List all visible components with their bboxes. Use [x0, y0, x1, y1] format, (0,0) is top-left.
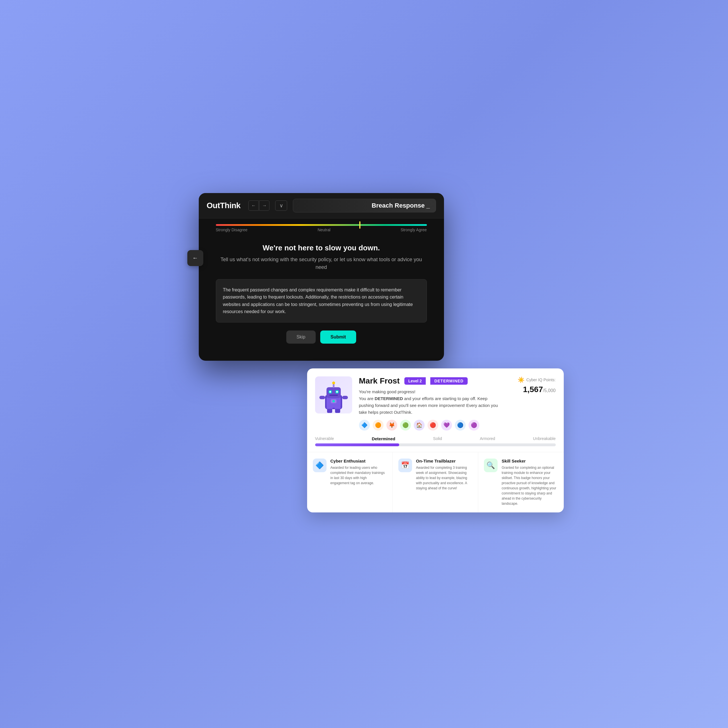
badge-title-2: On-Time Trailblazer [416, 459, 472, 463]
profile-name-row: Mark Frost Level 2 DETERMINED [359, 376, 503, 385]
scale-bar-container [216, 224, 427, 226]
sun-icon: ☀️ [518, 376, 525, 383]
back-tab[interactable]: ← [187, 250, 203, 266]
badge-2: 🟠 [373, 420, 384, 431]
badge-icon-trailblazer: 📅 [398, 459, 412, 472]
svg-rect-17 [335, 407, 341, 409]
profile-badges-row: 🔷 🟠 🦊 🟢 🏠 🔴 💜 🔵 🟣 [359, 420, 503, 431]
level-labels: Vulnerable Determined Solid Armored Unbr… [315, 436, 556, 441]
level-solid: Solid [433, 436, 442, 441]
cyber-points-area: ☀️ Cyber IQ Points: 1,567/5,000 [510, 376, 556, 394]
profile-header: Mark Frost Level 2 DETERMINED You're mak… [307, 369, 564, 436]
feedback-text: The frequent password changes and comple… [223, 288, 413, 314]
svg-point-6 [336, 391, 338, 393]
svg-rect-11 [342, 396, 348, 399]
scale-label-left: Strongly Disagree [216, 228, 248, 232]
badge-card-1: 🔷 Cyber Enthusiast Awarded for leading u… [307, 452, 393, 512]
sub-heading: Tell us what's not working with the secu… [216, 256, 427, 271]
skip-button[interactable]: Skip [286, 330, 316, 344]
nav-arrows: ← → [248, 200, 269, 211]
nav-forward-button[interactable]: → [259, 200, 269, 211]
level-unbreakable: Unbreakable [533, 436, 555, 441]
badge-icon-enthusiast: 🔷 [313, 459, 326, 472]
submit-button[interactable]: Submit [320, 330, 356, 344]
profile-desc-body: You are DETERMINED and your efforts are … [359, 396, 498, 414]
scale-bar-track[interactable] [216, 224, 427, 226]
scale-indicator [359, 221, 361, 229]
profile-name: Mark Frost [359, 376, 400, 385]
badge-info-seeker: Skill Seeker Granted for completing an o… [502, 459, 558, 506]
scale-area: Strongly Disagree Neutral Strongly Agree [199, 219, 444, 235]
scale-labels: Strongly Disagree Neutral Strongly Agree [216, 228, 427, 232]
badge-5: 🏠 [414, 420, 425, 431]
badge-3: 🦊 [386, 420, 397, 431]
app-window: OutThink ← → ∨ Breach Response _ Strongl… [199, 193, 444, 361]
status-badge: DETERMINED [430, 377, 468, 385]
svg-rect-2 [326, 387, 341, 398]
nav-dropdown-button[interactable]: ∨ [275, 200, 287, 211]
cyber-points-number: 1,567 [523, 385, 543, 394]
badge-title-3: Skill Seeker [502, 459, 558, 463]
svg-rect-10 [320, 396, 325, 399]
badge-6: 🔴 [427, 420, 438, 431]
badge-desc-3: Granted for completing an optional train… [502, 465, 558, 506]
scale-label-right: Strongly Agree [401, 228, 427, 232]
profile-desc: You're making good progress! You are DET… [359, 388, 503, 416]
badge-desc-2: Awarded for completing 3 training week o… [416, 465, 472, 491]
svg-rect-12 [327, 408, 332, 413]
cyber-points-max: /5,000 [543, 388, 555, 393]
app-header: OutThink ← → ∨ Breach Response _ [199, 193, 444, 219]
svg-point-5 [329, 391, 331, 393]
badge-icon-seeker: 🔍 [484, 459, 498, 472]
feedback-box[interactable]: The frequent password changes and comple… [216, 279, 427, 323]
robot-svg [318, 379, 349, 413]
app-logo: OutThink [207, 201, 241, 210]
main-heading: We're not here to slow you down. [216, 243, 427, 252]
badge-info-enthusiast: Cyber Enthusiast Awarded for leading use… [330, 459, 387, 486]
app-content: We're not here to slow you down. Tell us… [199, 235, 444, 361]
badge-9: 🟣 [468, 420, 479, 431]
level-armored: Armored [480, 436, 495, 441]
badge-4: 🟢 [400, 420, 411, 431]
badge-1: 🔷 [359, 420, 370, 431]
module-title: Breach Response _ [293, 199, 436, 213]
nav-back-button[interactable]: ← [248, 200, 258, 211]
profile-desc-intro: You're making good progress! [359, 389, 416, 394]
progress-fill [315, 444, 399, 446]
svg-point-15 [332, 400, 335, 402]
level-determined: Determined [372, 436, 396, 441]
svg-rect-13 [335, 408, 340, 413]
level-vulnerable: Vulnerable [315, 436, 334, 441]
level-badge: Level 2 [404, 377, 426, 385]
svg-rect-7 [329, 395, 338, 396]
cyber-iq-label: ☀️ Cyber IQ Points: [518, 376, 556, 383]
badge-card-3: 🔍 Skill Seeker Granted for completing an… [478, 452, 563, 512]
badge-8: 🔵 [455, 420, 466, 431]
badge-7: 💜 [441, 420, 452, 431]
progress-section: Vulnerable Determined Solid Armored Unbr… [307, 436, 564, 452]
scale-label-center: Neutral [318, 228, 330, 232]
progress-track [315, 444, 556, 446]
badges-section: 🔷 Cyber Enthusiast Awarded for leading u… [307, 452, 564, 512]
avatar [315, 376, 352, 413]
button-row: Skip Submit [216, 330, 427, 352]
profile-info: Mark Frost Level 2 DETERMINED You're mak… [359, 376, 503, 431]
badge-title-1: Cyber Enthusiast [330, 459, 387, 463]
cyber-iq-text: Cyber IQ Points: [526, 378, 556, 382]
svg-rect-8 [333, 384, 335, 388]
badge-info-trailblazer: On-Time Trailblazer Awarded for completi… [416, 459, 472, 491]
profile-card: Mark Frost Level 2 DETERMINED You're mak… [307, 369, 564, 512]
svg-point-9 [332, 382, 335, 384]
badge-card-2: 📅 On-Time Trailblazer Awarded for comple… [393, 452, 478, 512]
badge-desc-1: Awarded for leading users who completed … [330, 465, 387, 486]
svg-rect-16 [326, 407, 333, 409]
cyber-points-value: 1,567/5,000 [523, 385, 556, 394]
